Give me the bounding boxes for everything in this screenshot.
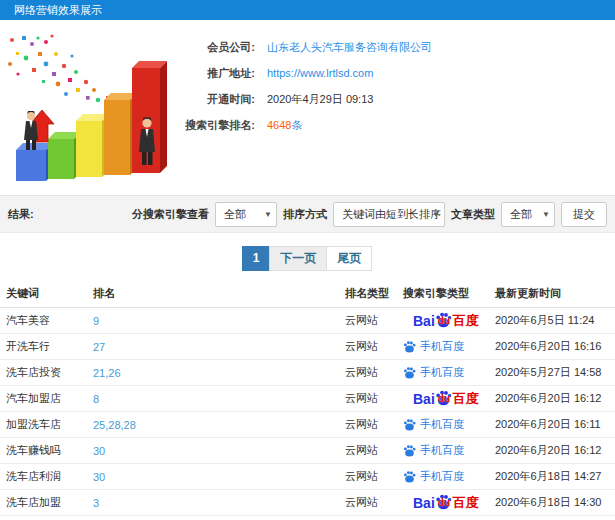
page-title: 网络营销效果展示 [0, 0, 615, 20]
article-type-select[interactable]: 全部 ▼ [501, 202, 555, 227]
table-row: 洗车店利润 30 云网站 Bai du [0, 464, 615, 490]
updated-cell: 2020年6月20日 16:16 [495, 339, 615, 354]
submit-button[interactable]: 提交 [561, 202, 607, 227]
promo-url-row: 推广地址: https://www.lrtlsd.com [183, 60, 613, 86]
engine-type-cell: Bai du 手机百度 [403, 365, 495, 381]
keyword-cell: 汽车加盟店 [0, 391, 93, 406]
confetti-dots [8, 34, 109, 102]
member-company-row: 会员公司: 山东老人头汽车服务咨询有限公司 [183, 34, 613, 60]
rank-cell: 9 [93, 315, 345, 327]
engine-type-cell: Bai du 百度 [403, 389, 495, 408]
header-updated: 最新更新时间 [495, 286, 615, 301]
member-company-link[interactable]: 山东老人头汽车服务咨询有限公司 [267, 40, 432, 55]
rank-cell: 27 [93, 341, 345, 353]
pagination: 1下一页尾页 [0, 233, 615, 280]
baidu-bai-text: Bai [413, 391, 435, 407]
engine-type-cell: Bai du 手机百度 [403, 443, 495, 459]
rank-type-cell: 云网站 [345, 443, 403, 458]
chevron-down-icon: ▼ [264, 210, 272, 219]
baidu-brand-text: 百度 [453, 312, 479, 330]
mobile-baidu-badge: 手机百度 [403, 365, 464, 380]
rank-type-cell: 云网站 [345, 391, 403, 406]
header-rank: 排名 [93, 286, 345, 301]
keyword-cell: 汽车美容 [0, 313, 93, 328]
result-label: 结果: [8, 207, 34, 222]
sort-filter-select[interactable]: 关键词由短到长排序 ▼ [333, 202, 445, 227]
open-time-value: 2020年4月29日 09:13 [267, 92, 373, 107]
rank-cell: 30 [93, 445, 345, 457]
open-time-label: 开通时间: [183, 92, 255, 107]
updated-cell: 2020年5月27日 14:58 [495, 365, 615, 380]
rank-cell: 25,28,28 [93, 419, 345, 431]
engine-filter-select[interactable]: 全部 ▼ [215, 202, 277, 227]
sort-filter-value: 关键词由短到长排序 [342, 207, 441, 222]
mobile-baidu-paw-icon [403, 340, 416, 353]
mobile-baidu-label: 手机百度 [420, 417, 464, 432]
updated-cell: 2020年6月5日 11:24 [495, 313, 615, 328]
baidu-paw-icon: du [435, 311, 452, 328]
filter-controls: 分搜索引擎查看 全部 ▼ 排序方式 关键词由短到长排序 ▼ 文章类型 全部 ▼ … [132, 202, 607, 227]
engine-rank-label: 搜索引擎排名: [183, 118, 255, 133]
updated-cell: 2020年6月18日 14:27 [495, 469, 615, 484]
keyword-cell: 开洗车行 [0, 339, 93, 354]
table-row: 开洗车行 27 云网站 Bai du [0, 334, 615, 360]
mobile-baidu-paw-icon [403, 418, 416, 431]
baidu-brand-text: 百度 [453, 494, 479, 512]
updated-cell: 2020年6月20日 16:12 [495, 391, 615, 406]
mobile-baidu-label: 手机百度 [420, 443, 464, 458]
next-page-button[interactable]: 下一页 [269, 246, 327, 271]
updated-cell: 2020年6月18日 14:30 [495, 495, 615, 510]
updated-cell: 2020年6月20日 16:12 [495, 443, 615, 458]
baidu-du-text: du [438, 393, 450, 404]
marketing-report-page: 网络营销效果展示 [0, 0, 615, 520]
rank-type-cell: 云网站 [345, 313, 403, 328]
baidu-paw-icon: du [435, 389, 452, 406]
rank-type-cell: 云网站 [345, 365, 403, 380]
keyword-cell: 加盟洗车店 [0, 417, 93, 432]
member-company-label: 会员公司: [183, 40, 255, 55]
baidu-logo: Bai du 百度 [413, 493, 479, 512]
mobile-baidu-badge: 手机百度 [403, 443, 464, 458]
keyword-cell: 洗车店投资 [0, 365, 93, 380]
mobile-baidu-badge: 手机百度 [403, 417, 464, 432]
mobile-baidu-badge: 手机百度 [403, 469, 464, 484]
engine-type-cell: Bai du 手机百度 [403, 417, 495, 433]
page-1-button[interactable]: 1 [242, 246, 271, 271]
sort-filter-label: 排序方式 [283, 207, 327, 222]
table-row: 汽车美容 9 云网站 Bai du [0, 308, 615, 334]
engine-type-cell: Bai du 手机百度 [403, 339, 495, 355]
table-body: 汽车美容 9 云网站 Bai du [0, 308, 615, 516]
baidu-logo: Bai du 百度 [413, 311, 479, 330]
mobile-baidu-paw-icon [403, 470, 416, 483]
rank-type-cell: 云网站 [345, 417, 403, 432]
mobile-baidu-paw-icon [403, 444, 416, 457]
engine-type-cell: Bai du 百度 [403, 311, 495, 330]
rank-cell: 30 [93, 471, 345, 483]
baidu-du-text: du [438, 315, 450, 326]
engine-type-cell: Bai du 百度 [403, 493, 495, 512]
mobile-baidu-label: 手机百度 [420, 469, 464, 484]
rank-unit: 条 [291, 119, 302, 131]
baidu-brand-text: 百度 [453, 390, 479, 408]
mobile-baidu-label: 手机百度 [420, 339, 464, 354]
promo-url-link[interactable]: https://www.lrtlsd.com [267, 67, 373, 79]
article-type-value: 全部 [510, 207, 532, 222]
engine-rank-value: 4648条 [267, 118, 302, 133]
promo-url-label: 推广地址: [183, 66, 255, 81]
rank-cell: 8 [93, 393, 345, 405]
mobile-baidu-badge: 手机百度 [403, 339, 464, 354]
engine-rank-row: 搜索引擎排名: 4648条 [183, 112, 613, 138]
chevron-down-icon: ▼ [432, 210, 440, 219]
header-engine-type: 搜索引擎类型 [403, 286, 495, 301]
table-header-row: 关键词 排名 排名类型 搜索引擎类型 最新更新时间 [0, 280, 615, 308]
account-info-list: 会员公司: 山东老人头汽车服务咨询有限公司 推广地址: https://www.… [183, 34, 613, 138]
last-page-button[interactable]: 尾页 [326, 246, 372, 271]
filter-bar: 结果: 分搜索引擎查看 全部 ▼ 排序方式 关键词由短到长排序 ▼ 文章类型 全… [0, 195, 615, 233]
header-keyword: 关键词 [0, 286, 93, 301]
rank-type-cell: 云网站 [345, 469, 403, 484]
table-row: 汽车加盟店 8 云网站 Bai du [0, 386, 615, 412]
rank-type-cell: 云网站 [345, 339, 403, 354]
keyword-cell: 洗车店加盟 [0, 495, 93, 510]
baidu-logo: Bai du 百度 [413, 389, 479, 408]
table-row: 加盟洗车店 25,28,28 云网站 Bai [0, 412, 615, 438]
